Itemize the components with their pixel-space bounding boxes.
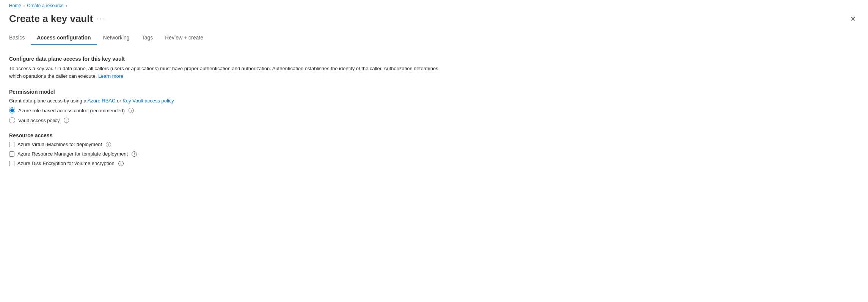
page-header: Create a key vault ··· ✕ xyxy=(0,11,868,31)
checkbox-arm-deploy[interactable]: Azure Resource Manager for template depl… xyxy=(9,151,446,157)
tab-review-create[interactable]: Review + create xyxy=(159,31,209,45)
permission-model-radio-group: Azure role-based access control (recomme… xyxy=(9,107,446,123)
tab-tags[interactable]: Tags xyxy=(136,31,159,45)
close-button[interactable]: ✕ xyxy=(847,14,859,24)
configure-description: To access a key vault in data plane, all… xyxy=(9,65,446,80)
breadcrumb-home[interactable]: Home xyxy=(9,3,21,8)
checkbox-disk-encrypt-input[interactable] xyxy=(9,161,14,166)
tabs-nav: Basics Access configuration Networking T… xyxy=(0,31,868,45)
more-options-icon[interactable]: ··· xyxy=(97,15,105,23)
vault-policy-info-icon[interactable]: i xyxy=(64,118,69,123)
checkbox-vm-deploy-input[interactable] xyxy=(9,142,14,147)
radio-rbac-label: Azure role-based access control (recomme… xyxy=(18,108,125,113)
breadcrumb-sep-2: › xyxy=(66,4,67,8)
resource-access-title: Resource access xyxy=(9,132,446,138)
permission-model-description: Grant data plane access by using a Azure… xyxy=(9,98,446,104)
configure-section: Configure data plane access for this key… xyxy=(9,56,446,80)
azure-rbac-link[interactable]: Azure RBAC xyxy=(88,98,116,104)
tab-networking[interactable]: Networking xyxy=(97,31,136,45)
tab-basics[interactable]: Basics xyxy=(9,31,31,45)
checkbox-disk-encrypt[interactable]: Azure Disk Encryption for volume encrypt… xyxy=(9,160,446,166)
resource-access-checkboxes: Azure Virtual Machines for deployment i … xyxy=(9,142,446,166)
radio-vault-policy-label: Vault access policy xyxy=(18,118,60,123)
tab-access-configuration[interactable]: Access configuration xyxy=(31,31,97,45)
page-title-area: Create a key vault ··· xyxy=(9,13,105,25)
breadcrumb-create-resource[interactable]: Create a resource xyxy=(27,3,63,8)
breadcrumb: Home › Create a resource › xyxy=(0,0,868,11)
vm-deploy-info-icon[interactable]: i xyxy=(106,142,111,147)
breadcrumb-sep-1: › xyxy=(24,4,25,8)
checkbox-arm-deploy-label: Azure Resource Manager for template depl… xyxy=(17,151,128,157)
radio-rbac[interactable]: Azure role-based access control (recomme… xyxy=(9,107,446,113)
checkbox-disk-encrypt-label: Azure Disk Encryption for volume encrypt… xyxy=(17,160,115,166)
arm-deploy-info-icon[interactable]: i xyxy=(132,151,137,157)
radio-rbac-input[interactable] xyxy=(9,107,15,113)
checkbox-vm-deploy[interactable]: Azure Virtual Machines for deployment i xyxy=(9,142,446,147)
disk-encrypt-info-icon[interactable]: i xyxy=(118,161,124,166)
main-content: Configure data plane access for this key… xyxy=(0,45,455,186)
page-title: Create a key vault xyxy=(9,13,93,25)
resource-access-section: Resource access Azure Virtual Machines f… xyxy=(9,132,446,166)
configure-title: Configure data plane access for this key… xyxy=(9,56,446,62)
radio-vault-policy-input[interactable] xyxy=(9,117,15,123)
rbac-info-icon[interactable]: i xyxy=(129,108,134,113)
checkbox-arm-deploy-input[interactable] xyxy=(9,151,14,157)
permission-model-section: Permission model Grant data plane access… xyxy=(9,89,446,123)
key-vault-policy-link[interactable]: Key Vault access policy xyxy=(122,98,174,104)
permission-model-title: Permission model xyxy=(9,89,446,95)
learn-more-link[interactable]: Learn more xyxy=(98,73,123,79)
checkbox-vm-deploy-label: Azure Virtual Machines for deployment xyxy=(17,142,102,147)
radio-vault-policy[interactable]: Vault access policy i xyxy=(9,117,446,123)
